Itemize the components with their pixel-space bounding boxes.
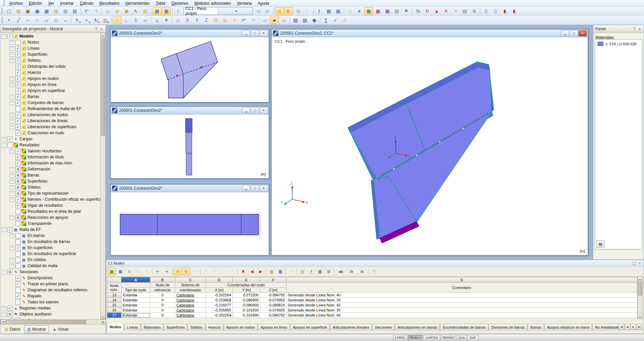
- warning-icon[interactable]: ⚠: [340, 16, 349, 24]
- menu-opciones[interactable]: Opciones: [168, 0, 192, 6]
- cell-coordinate-system[interactable]: Cartesiano: [175, 308, 206, 313]
- fe-mesh-refine-icon[interactable]: ▦: [374, 7, 382, 15]
- tree-item-calidad-de-malla[interactable]: +▦Calidad de malla: [0, 263, 101, 269]
- status-toggle-dxf[interactable]: DXF: [467, 335, 479, 340]
- col-hide-icon[interactable]: ✕: [228, 268, 236, 275]
- tree-item-liberaciones-de-líneas[interactable]: +✓✓Liberaciones de líneas: [0, 118, 101, 124]
- tree-expander-icon[interactable]: +: [10, 258, 14, 262]
- pin-icon[interactable]: ⊤: [632, 26, 637, 32]
- tree-checkbox[interactable]: ✓: [15, 131, 20, 136]
- restore-icon[interactable]: ▢: [251, 30, 259, 36]
- tree-checkbox[interactable]: ✓: [15, 112, 20, 117]
- tree-checkbox[interactable]: [15, 215, 20, 220]
- navigator-tab-datos[interactable]: ▤Datos: [2, 325, 23, 333]
- table-jump-down-icon[interactable]: ⇓: [125, 268, 133, 275]
- model-info-icon[interactable]: ◔: [451, 7, 460, 15]
- tree-expander-icon[interactable]: +: [10, 179, 14, 184]
- tree-expander-icon[interactable]: +: [10, 46, 14, 51]
- tree-checkbox[interactable]: ✓: [15, 197, 20, 202]
- cell-x[interactable]: -0.219668: [206, 298, 233, 303]
- navigator-tab-vistas[interactable]: ▲Vistas: [50, 325, 72, 333]
- formula-fx-icon[interactable]: fx: [346, 268, 357, 275]
- tree-checkbox[interactable]: [15, 173, 20, 178]
- tree-checkbox[interactable]: [15, 106, 20, 111]
- close-icon[interactable]: ✕: [260, 185, 268, 191]
- tree-checkbox[interactable]: [15, 40, 20, 45]
- tree-expander-icon[interactable]: +: [10, 173, 14, 178]
- tree-item-información-de-título[interactable]: ✓Información de título: [0, 154, 101, 160]
- cell-x[interactable]: -0.202264: [206, 293, 233, 298]
- column-letter[interactable]: B: [150, 277, 175, 283]
- first-tab-icon[interactable]: |◀: [619, 324, 624, 330]
- tree-item-superficies[interactable]: +✓✓Superficies: [0, 51, 101, 57]
- tree-checkbox[interactable]: [15, 191, 20, 196]
- tree-item-objetos-auxiliares[interactable]: −⚑Objetos auxiliares: [0, 311, 101, 317]
- cell-x[interactable]: -0.216077: [206, 303, 233, 308]
- table-tab-apoyos-en-línea[interactable]: Apoyos en línea: [258, 324, 290, 331]
- tree-checkbox[interactable]: ✓: [15, 52, 20, 57]
- table-tab-excentricidades-de-barras[interactable]: Excentricidades de barras: [440, 324, 488, 331]
- cell-comment[interactable]: Generado desde Línea Núm. 42: [286, 313, 637, 318]
- column-letter[interactable]: A: [121, 277, 150, 283]
- table-tab-nudos[interactable]: Nudos: [107, 323, 124, 331]
- draw-solid-icon[interactable]: ◇: [52, 16, 60, 24]
- close-icon[interactable]: ✕: [579, 30, 587, 36]
- tree-item-barras[interactable]: +Barras: [0, 172, 101, 178]
- close-icon[interactable]: ×: [637, 26, 642, 32]
- tree-item-superficies[interactable]: +Superficies: [0, 178, 101, 184]
- cell-node-type[interactable]: Estándar: [121, 308, 150, 313]
- tree-checkbox[interactable]: [15, 221, 20, 226]
- rotate-tool-icon[interactable]: ↻▼: [92, 16, 100, 24]
- pick-in-graphic-icon[interactable]: ↺: [173, 268, 181, 275]
- cell-coordinate-system[interactable]: Cartesiano: [175, 298, 206, 303]
- table-tab-líneas[interactable]: Líneas: [124, 324, 141, 331]
- edit-mode-icon[interactable]: ✎: [287, 268, 296, 275]
- select-tool-icon[interactable]: ↖▼: [73, 16, 82, 24]
- tree-item-coacciones-en-nudo[interactable]: ✓✓Coacciones en nudo: [0, 130, 101, 136]
- tree-checkbox[interactable]: [15, 185, 20, 190]
- tree-item-deformación[interactable]: +Deformación: [0, 166, 101, 172]
- save-copy-icon[interactable]: ▣: [23, 7, 32, 15]
- delete-left-icon[interactable]: ◀: [248, 268, 256, 275]
- show-tables-icon[interactable]: ▦: [153, 7, 161, 15]
- cell-z[interactable]: -0.084792: [260, 313, 286, 318]
- sync-views-icon[interactable]: ↻: [191, 268, 199, 275]
- next-load-case-icon[interactable]: ▷: [263, 7, 272, 15]
- tree-checkbox[interactable]: [15, 263, 20, 269]
- tree-expander-icon[interactable]: −: [2, 228, 6, 232]
- find-replace-icon[interactable]: ab: [336, 268, 346, 275]
- tree-item-reacciones-en-apoyos[interactable]: +Reacciones en apoyos: [0, 214, 101, 221]
- table-tab-secciones[interactable]: Secciones: [372, 324, 395, 331]
- tree-item-en-superficies[interactable]: +✓▦En superficies: [0, 245, 101, 251]
- table-tab-huecos[interactable]: Huecos: [206, 324, 223, 331]
- scroll-right-icon[interactable]: ▶: [101, 320, 106, 324]
- cell-node-type[interactable]: Estándar: [121, 303, 150, 308]
- row-header[interactable]: 14: [107, 298, 121, 303]
- close-icon[interactable]: ✕: [260, 30, 268, 36]
- new-model-icon[interactable]: ▢: [5, 7, 13, 15]
- view-z-icon[interactable]: Z: [202, 16, 211, 24]
- clipboard-icon[interactable]: ▥: [52, 7, 60, 15]
- tree-checkbox[interactable]: ✓: [15, 58, 20, 63]
- move-tool-icon[interactable]: +▼: [82, 16, 91, 24]
- draw-node-icon[interactable]: •: [5, 16, 13, 24]
- open-model-icon[interactable]: ▤: [14, 7, 23, 15]
- tree-checkbox[interactable]: [7, 143, 12, 148]
- cell-z[interactable]: -0.079953: [260, 298, 286, 303]
- table-tab-apoyos-elásticos-en-barra[interactable]: Apoyos elásticos en barra: [544, 324, 592, 331]
- cell-z[interactable]: -0.074925: [260, 308, 286, 313]
- viewport-top[interactable]: [111, 38, 268, 101]
- calculate-icon[interactable]: ∑: [322, 16, 330, 24]
- window-title-bar[interactable]: 200501-ConexionGiro2* ▁ ▢ ✕: [111, 185, 269, 192]
- status-toggle-cartes[interactable]: CARTES: [424, 335, 440, 340]
- view-isometric-icon[interactable]: ◇: [174, 16, 182, 24]
- tree-checkbox[interactable]: [7, 270, 12, 275]
- status-toggle-gln[interactable]: GLN: [457, 335, 467, 340]
- restore-icon[interactable]: ▢: [251, 185, 259, 191]
- viewport-3d[interactable]: Z X Y Z X Y: [272, 38, 587, 254]
- col-db-2-icon[interactable]: ▯: [491, 7, 500, 15]
- draw-line-icon[interactable]: ╱: [14, 16, 23, 24]
- tree-expander-icon[interactable]: +: [2, 137, 6, 141]
- viewport-front[interactable]: [111, 193, 268, 254]
- panel-options-button[interactable]: ▦: [596, 240, 604, 248]
